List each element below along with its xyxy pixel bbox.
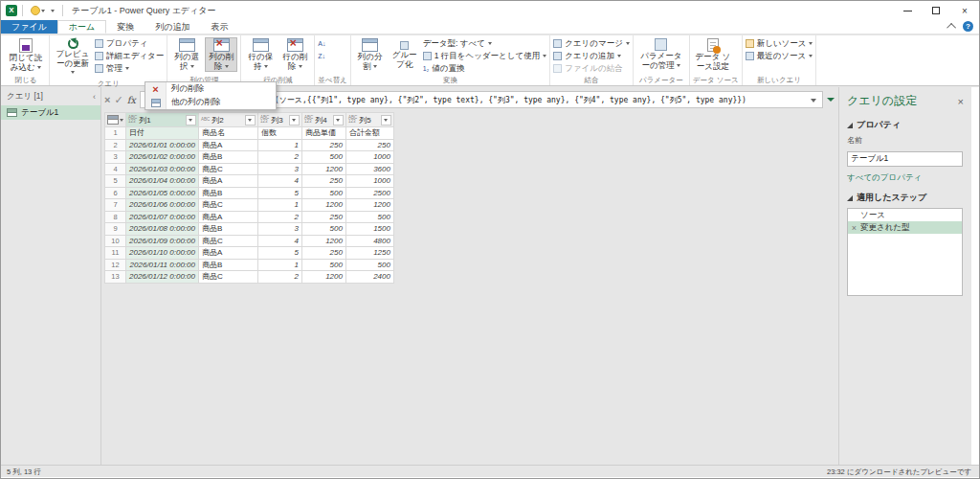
split-column-button[interactable]: 列の分割	[354, 37, 387, 72]
remove-rows-button[interactable]: × 行の削除	[278, 37, 311, 72]
grid-cell[interactable]: 2026/01/03 0:00:00	[126, 163, 199, 175]
grid-cell[interactable]: 1200	[301, 235, 345, 247]
applied-steps-section-header[interactable]: 適用したステップ	[847, 192, 964, 204]
grid-cell[interactable]: 商品B	[198, 223, 257, 236]
grid-cell[interactable]: 商品A	[198, 139, 257, 151]
grid-cell[interactable]: 商品B	[198, 259, 257, 271]
grid-cell[interactable]: 5	[257, 247, 301, 260]
row-number[interactable]: 6	[105, 187, 126, 199]
tab-transform[interactable]: 変換	[106, 20, 145, 34]
grid-cell[interactable]: 2	[257, 211, 301, 223]
row-number[interactable]: 8	[105, 211, 126, 223]
grid-cell[interactable]: 2026/01/07 0:00:00	[126, 211, 199, 223]
grid-cell[interactable]: 1000	[345, 151, 393, 164]
grid-cell[interactable]: 日付	[126, 127, 199, 140]
grid-cell[interactable]: 2026/01/11 0:00:00	[126, 259, 199, 271]
help-icon[interactable]: ?	[963, 21, 973, 32]
delete-step-icon[interactable]: ×	[848, 223, 860, 233]
grid-cell[interactable]: 5	[257, 187, 301, 199]
grid-cell[interactable]: 商品A	[198, 211, 257, 223]
replace-values-button[interactable]: 1₂値の置換	[423, 62, 546, 75]
grid-cell[interactable]: 1200	[301, 199, 345, 212]
grid-cell[interactable]: 2026/01/12 0:00:00	[126, 271, 199, 284]
column-header-列5[interactable]: ABC123列5	[345, 113, 393, 127]
column-header-列4[interactable]: ABC123列4	[301, 113, 345, 127]
menu-item-remove-other-columns[interactable]: 他の列の削除	[145, 96, 276, 109]
manage-parameters-button[interactable]: パラメーターの管理	[636, 37, 686, 71]
commit-formula-icon[interactable]: ✓	[114, 94, 122, 106]
grid-cell[interactable]: 4	[257, 235, 301, 247]
grid-cell[interactable]: 4800	[345, 235, 393, 247]
grid-cell[interactable]: 2026/01/09 0:00:00	[126, 235, 199, 247]
grid-cell[interactable]: 250	[345, 139, 393, 151]
maximize-button[interactable]	[922, 1, 950, 20]
column-type-icon[interactable]: ABC123	[260, 116, 269, 125]
recent-sources-button[interactable]: 最近のソース	[746, 50, 813, 62]
remove-columns-button[interactable]: × 列の削除	[205, 37, 237, 72]
grid-cell[interactable]: 商品単価	[301, 127, 345, 140]
grid-cell[interactable]: 1	[257, 259, 301, 271]
row-number[interactable]: 2	[105, 139, 126, 151]
tab-add-column[interactable]: 列の追加	[145, 20, 200, 34]
sort-ascending-button[interactable]: A↓	[318, 37, 325, 50]
advanced-editor-button[interactable]: 詳細エディター	[95, 50, 164, 62]
row-number[interactable]: 12	[105, 259, 126, 271]
close-and-load-button[interactable]: 閉じて読み込む	[6, 37, 46, 73]
grid-cell[interactable]: 2026/01/08 0:00:00	[126, 223, 199, 236]
group-by-button[interactable]: グループ化	[389, 37, 421, 70]
grid-cell[interactable]: 2026/01/04 0:00:00	[126, 175, 199, 188]
column-header-列1[interactable]: ABC123列1	[126, 113, 199, 127]
grid-cell[interactable]: 1200	[345, 199, 393, 212]
filter-dropdown-icon[interactable]	[186, 115, 196, 125]
tab-view[interactable]: 表示	[200, 20, 238, 34]
grid-cell[interactable]: 商品C	[198, 199, 257, 212]
column-type-icon[interactable]: ABC123	[128, 116, 137, 125]
grid-cell[interactable]: 2026/01/02 0:00:00	[126, 151, 199, 164]
grid-cell[interactable]: 250	[301, 211, 345, 223]
grid-cell[interactable]: 2026/01/10 0:00:00	[126, 247, 199, 260]
use-first-row-button[interactable]: 1 行目をヘッダーとして使用	[423, 50, 546, 62]
filter-dropdown-icon[interactable]	[381, 115, 391, 125]
column-type-icon[interactable]: ABC	[201, 118, 210, 123]
tab-file[interactable]: ファイル	[1, 20, 57, 34]
grid-cell[interactable]: 商品名	[198, 127, 257, 140]
expand-formula-bar-icon[interactable]	[827, 98, 835, 102]
grid-cell[interactable]: 1200	[301, 271, 345, 284]
grid-cell[interactable]: 商品B	[198, 187, 257, 199]
grid-cell[interactable]: 商品A	[198, 247, 257, 260]
row-number[interactable]: 7	[105, 199, 126, 212]
grid-cell[interactable]: 2026/01/01 0:00:00	[126, 139, 199, 151]
grid-cell[interactable]: 500	[301, 223, 345, 236]
filter-dropdown-icon[interactable]	[333, 115, 344, 125]
row-number[interactable]: 3	[105, 151, 126, 164]
row-number[interactable]: 1	[105, 127, 126, 140]
grid-cell[interactable]: 個数	[257, 127, 301, 140]
grid-cell[interactable]: 1	[257, 139, 301, 151]
all-properties-link[interactable]: すべてのプロパティ	[847, 172, 964, 184]
data-source-settings-button[interactable]: データ ソース設定	[693, 37, 733, 72]
grid-cell[interactable]: 合計金額	[345, 127, 393, 140]
sort-descending-button[interactable]: Z↓	[318, 50, 325, 62]
grid-cell[interactable]: 4	[257, 175, 301, 188]
qat-smiley-button[interactable]	[31, 6, 45, 15]
tab-home[interactable]: ホーム	[57, 20, 106, 34]
new-source-button[interactable]: 新しいソース	[746, 37, 813, 50]
grid-cell[interactable]: 1250	[345, 247, 393, 260]
combine-files-button[interactable]: ファイルの結合	[553, 62, 630, 75]
properties-section-header[interactable]: プロパティ	[847, 119, 964, 131]
column-type-icon[interactable]: ABC123	[304, 116, 313, 125]
row-number[interactable]: 11	[105, 247, 126, 260]
grid-cell[interactable]: 1500	[345, 223, 393, 236]
minimize-button[interactable]	[893, 1, 922, 20]
column-type-icon[interactable]: ABC123	[348, 116, 357, 125]
filter-dropdown-icon[interactable]	[289, 115, 300, 125]
grid-cell[interactable]: 500	[345, 259, 393, 271]
step-source[interactable]: ソース	[848, 209, 962, 221]
grid-cell[interactable]: 2026/01/06 0:00:00	[126, 199, 199, 212]
properties-button[interactable]: プロパティ	[95, 37, 164, 50]
row-number[interactable]: 9	[105, 223, 126, 236]
grid-cell[interactable]: 商品B	[198, 151, 257, 164]
refresh-preview-button[interactable]: プレビューの更新	[53, 37, 93, 79]
qat-customize-button[interactable]	[51, 10, 55, 12]
collapse-pane-icon[interactable]: ‹	[93, 92, 96, 102]
